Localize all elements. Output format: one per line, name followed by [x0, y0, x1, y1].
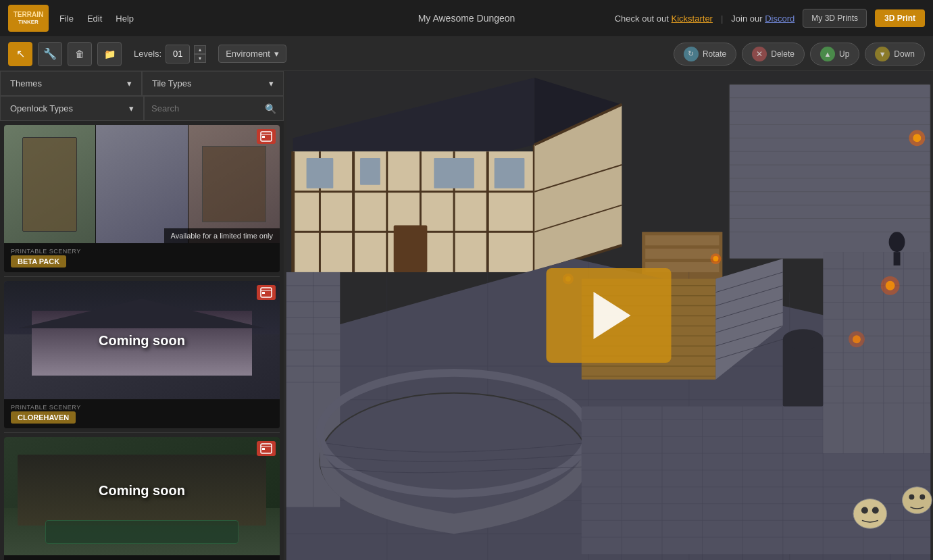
card-footer-3: PRINTABLE SCENERY THE SEWERS	[4, 555, 280, 560]
svg-point-109	[886, 281, 895, 290]
badge-icon-3	[260, 443, 272, 454]
svg-rect-38	[307, 158, 334, 188]
trash-icon: 🗑	[75, 49, 84, 59]
down-icon: ▼	[875, 47, 890, 61]
list-item[interactable]: Available for a limited time only PRINTA…	[4, 125, 280, 272]
badge-icon	[260, 131, 272, 142]
coming-soon-text: Coming soon	[99, 332, 185, 348]
card-action-button[interactable]: BETA PACK	[11, 255, 66, 268]
down-label: Down	[894, 49, 915, 59]
search-icon: 🔍	[265, 103, 276, 114]
levels-increment-button[interactable]: ▴	[194, 45, 206, 54]
themes-dropdown[interactable]: Themes ▾	[0, 71, 142, 96]
svg-rect-10	[729, 84, 930, 259]
wrench-icon: 🔧	[43, 47, 57, 60]
svg-rect-2	[262, 136, 265, 138]
delete-label: Delete	[771, 49, 795, 59]
levels-input[interactable]	[166, 45, 190, 63]
tile-types-chevron-icon: ▾	[269, 78, 274, 88]
list-item[interactable]: Coming soon PRINTABLE SCENERY TH	[4, 437, 280, 560]
folder-icon: 📁	[104, 49, 116, 59]
nav-menu: File Edit Help	[59, 14, 134, 24]
card-thumb-2	[96, 125, 187, 243]
rotate-label: Rotate	[703, 49, 726, 59]
tile-types-dropdown[interactable]: Tile Types ▾	[142, 71, 284, 96]
svg-point-137	[783, 329, 824, 349]
up-button[interactable]: ▲ Up	[810, 43, 859, 66]
levels-decrement-button[interactable]: ▾	[194, 54, 206, 63]
coming-soon-text-2: Coming soon	[99, 482, 185, 498]
svg-point-114	[872, 507, 879, 514]
delete-tool-button[interactable]: 🗑	[68, 42, 92, 66]
edit-menu-item[interactable]: Edit	[87, 14, 102, 24]
sidebar: Themes ▾ Tile Types ▾ Openlock Types ▾ 🔍	[0, 71, 284, 560]
rotate-button[interactable]: ↻ Rotate	[674, 43, 736, 66]
sidebar-filters-row1: Themes ▾ Tile Types ▾	[0, 71, 284, 96]
badge-icon-2	[260, 287, 272, 298]
environment-chevron-icon: ▾	[274, 49, 279, 59]
openlock-chevron-icon: ▾	[129, 103, 134, 113]
card-footer: PRINTABLE SCENERY BETA PACK	[4, 243, 280, 272]
themes-label: Themes	[10, 78, 42, 88]
card-badge-2	[257, 285, 276, 300]
down-button[interactable]: ▼ Down	[865, 43, 925, 66]
kickstarter-link[interactable]: Kickstarter	[672, 14, 713, 24]
my3dprints-button[interactable]: My 3D Prints	[803, 9, 867, 28]
svg-rect-139	[894, 252, 901, 265]
play-button[interactable]	[546, 268, 671, 363]
select-icon: ↖	[16, 47, 25, 60]
svg-point-117	[919, 494, 925, 500]
card-action-button-2[interactable]: CLOREHAVEN	[11, 411, 76, 424]
file-menu-item[interactable]: File	[59, 14, 74, 24]
discord-text: Join our Discord	[731, 14, 795, 24]
svg-point-143	[713, 256, 718, 261]
up-icon: ▲	[820, 47, 835, 61]
rotate-icon: ↻	[684, 47, 699, 61]
themes-chevron-icon: ▾	[127, 78, 132, 88]
svg-point-113	[861, 507, 868, 514]
svg-rect-8	[262, 448, 265, 450]
delete-action-icon: ✕	[752, 47, 767, 61]
app-logo[interactable]: TERRAIN TINKER	[8, 5, 49, 32]
dungeon-viewport	[284, 71, 933, 560]
logo-line2: TINKER	[18, 19, 39, 26]
search-box: 🔍	[144, 96, 284, 121]
project-title: My Awesome Dungeon	[418, 13, 515, 24]
sidebar-filters-row2: Openlock Types ▾ 🔍	[0, 96, 284, 121]
search-input[interactable]	[151, 103, 265, 113]
help-menu-item[interactable]: Help	[116, 14, 134, 24]
tile-types-label: Tile Types	[152, 78, 192, 88]
svg-rect-5	[262, 292, 265, 294]
delete-action-button[interactable]: ✕ Delete	[742, 43, 805, 66]
folder-tool-button[interactable]: 📁	[97, 42, 122, 66]
levels-stepper: ▴ ▾	[194, 45, 206, 63]
card-provider-label: PRINTABLE SCENERY	[11, 248, 81, 255]
levels-group: Levels: ▴ ▾	[134, 45, 206, 63]
svg-point-116	[909, 494, 914, 500]
list-item[interactable]: Coming soon PRINTABLE SCENERY CL	[4, 281, 280, 428]
sidebar-card-list: Available for a limited time only PRINTA…	[0, 121, 284, 560]
levels-label: Levels:	[134, 49, 161, 59]
card-thumb-1	[4, 125, 95, 243]
card-badge	[257, 129, 276, 144]
card-provider-label-2: PRINTABLE SCENERY	[11, 404, 81, 411]
svg-rect-42	[394, 225, 428, 272]
card-divider-1	[4, 276, 280, 277]
card-divider-2	[4, 432, 280, 433]
select-tool-button[interactable]: ↖	[8, 42, 32, 66]
3dprint-button[interactable]: 3D Print	[875, 9, 925, 27]
svg-rect-49	[645, 235, 719, 245]
openlock-dropdown[interactable]: Openlock Types ▾	[0, 96, 144, 121]
up-label: Up	[839, 49, 849, 59]
card-availability-text: Available for a limited time only	[164, 228, 280, 243]
svg-point-111	[853, 335, 861, 343]
topbar-right: Check out out Kickstarter | Join our Dis…	[615, 9, 925, 28]
svg-point-24	[913, 134, 921, 142]
toolbar: ↖ 🔧 🗑 📁 Levels: ▴ ▾ Enviroment ▾ ↻ Rotat…	[0, 37, 933, 71]
discord-link[interactable]: Discord	[765, 14, 795, 24]
wrench-tool-button[interactable]: 🔧	[38, 42, 62, 66]
svg-point-115	[902, 487, 932, 514]
svg-point-112	[853, 499, 887, 529]
environment-dropdown[interactable]: Enviroment ▾	[218, 45, 286, 63]
nav-divider: |	[721, 14, 723, 24]
